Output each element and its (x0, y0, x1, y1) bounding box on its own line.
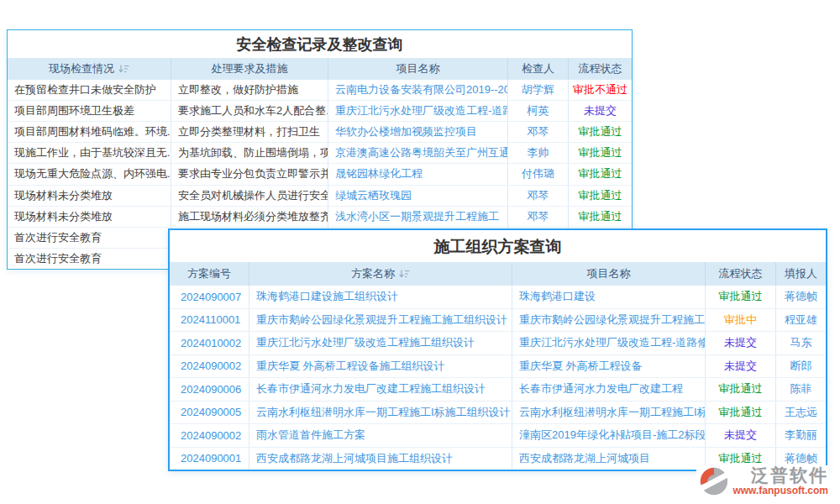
measure-cell: 立即分类整理材料，打扫卫生 (171, 122, 328, 142)
sort-icon[interactable] (399, 270, 410, 279)
plan-name-link[interactable]: 雨水管道首件施工方案 (249, 424, 512, 447)
inspector-link[interactable]: 胡学辉 (508, 80, 569, 100)
table-row: 现场材料未分类堆放 施工现场材料必须分类堆放整齐... 浅水湾小区一期景观提升工… (8, 206, 632, 227)
reporter-link[interactable]: 断郎 (776, 355, 826, 378)
project-link[interactable]: 绿城云栖玫瑰园 (328, 186, 508, 206)
situation-cell: 现场无重大危险点源、内环强电... (8, 164, 171, 184)
inspector-link[interactable]: 邓琴 (508, 207, 569, 227)
project-link[interactable]: 重庆市鹅岭公园绿化景观提升工程施工 (512, 309, 706, 332)
plan-name-link[interactable]: 珠海鹤港口建设施工组织设计 (249, 286, 512, 308)
col-header-measure: 处理要求及措施 (171, 58, 328, 80)
reporter-link[interactable]: 李勤丽 (776, 424, 826, 447)
plan-id-link[interactable]: 2024090005 (170, 402, 249, 424)
plan-id-link[interactable]: 2024110001 (170, 309, 249, 332)
situation-cell: 现场材料未分类堆放 (8, 207, 171, 227)
project-link[interactable]: 云南电力设备安装有限公司2019--2020年度 (328, 80, 508, 100)
status-badge: 审批通过 (706, 402, 776, 424)
situation-cell: 现施工作业，由于基坑较深且无... (8, 143, 171, 163)
inspector-link[interactable]: 邓琴 (508, 186, 569, 206)
status-badge: 审批中 (706, 309, 776, 332)
plan-name-link[interactable]: 重庆市鹅岭公园绿化景观提升工程施工施工组织设计 (249, 309, 512, 332)
col-header-plan-id: 方案编号 (170, 262, 249, 286)
inspector-link[interactable]: 李帅 (508, 143, 569, 163)
table-row: 2024090007 珠海鹤港口建设施工组织设计 珠海鹤港口建设 审批通过 蒋德… (170, 286, 826, 308)
reporter-link[interactable]: 王志远 (776, 402, 826, 424)
status-badge: 审批通过 (569, 164, 632, 184)
plan-id-link[interactable]: 2024010002 (170, 332, 249, 354)
status-badge: 审批不通过 (569, 80, 632, 100)
table-row: 项目部周围环境卫生极差 要求施工人员和水车2人配合整... 重庆江北污水处理厂级… (8, 100, 632, 121)
project-link[interactable]: 长春市伊通河水力发电厂改建工程 (512, 378, 706, 401)
status-badge: 审批通过 (569, 122, 632, 142)
project-link[interactable]: 潼南区2019年绿化补贴项目-施工2标段 (512, 424, 706, 447)
situation-cell: 在预留检查井口未做安全防护 (8, 80, 171, 100)
plan-name-link[interactable]: 西安成都路龙湖上河城项目施工组织设计 (249, 448, 512, 470)
project-link[interactable]: 京港澳高速公路粤境韶关至广州互通路面改造 (328, 143, 508, 163)
plan-table-body: 2024090007 珠海鹤港口建设施工组织设计 珠海鹤港口建设 审批通过 蒋德… (170, 286, 826, 470)
situation-cell: 首次进行安全教育 (8, 228, 171, 248)
fanpu-swirl-icon (698, 465, 730, 497)
col-header-plan-name[interactable]: 方案名称 (249, 262, 512, 286)
plan-id-link[interactable]: 2024090001 (170, 448, 249, 470)
status-badge: 审批通过 (569, 186, 632, 206)
reporter-link[interactable]: 陈菲 (776, 378, 826, 401)
sort-icon[interactable] (118, 65, 129, 74)
col-header-project: 项目名称 (512, 262, 706, 286)
reporter-link[interactable]: 程亚雄 (776, 309, 826, 332)
status-badge: 未提交 (706, 355, 776, 378)
plan-name-link[interactable]: 重庆江北污水处理厂级改造工程施工组织设计 (249, 332, 512, 354)
inspector-link[interactable]: 柯英 (508, 101, 569, 121)
plan-table-header-row: 方案编号 方案名称 项目名称 流程状态 填报人 (170, 262, 826, 286)
col-header-reporter: 填报人 (776, 262, 826, 286)
plan-name-link[interactable]: 重庆华夏 外高桥工程设备施工组织设计 (249, 355, 512, 378)
project-link[interactable]: 西安成都路龙湖上河城项目 (512, 448, 706, 470)
table-row: 现场材料未分类堆放 安全员对机械操作人员进行安全... 绿城云栖玫瑰园 邓琴 审… (8, 185, 632, 206)
status-badge: 未提交 (706, 332, 776, 354)
project-link[interactable]: 重庆江北污水处理厂级改造工程-道路修复 (512, 332, 706, 354)
plan-id-link[interactable]: 2024090007 (170, 286, 249, 308)
col-header-situation[interactable]: 现场检查情况 (8, 58, 171, 80)
table-row: 2024090002 雨水管道首件施工方案 潼南区2019年绿化补贴项目-施工2… (170, 423, 826, 447)
measure-cell: 要求施工人员和水车2人配合整... (171, 101, 328, 121)
status-badge: 审批通过 (569, 143, 632, 163)
status-badge: 审批通过 (706, 378, 776, 401)
page: 安全检查记录及整改查询 现场检查情况 处理要求及措施 项目名称 检查人 流程状态… (0, 0, 840, 504)
situation-cell: 项目部周围材料堆码临难。环境... (8, 122, 171, 142)
construction-plan-panel: 施工组织方案查询 方案编号 方案名称 项目名称 流程状态 填报人 2024090… (168, 228, 827, 471)
col-header-status: 流程状态 (706, 262, 776, 286)
project-link[interactable]: 浅水湾小区一期景观提升工程施工 (328, 207, 508, 227)
plan-id-link[interactable]: 2024090002 (170, 424, 249, 447)
reporter-link[interactable]: 蒋德帧 (776, 286, 826, 308)
table-row: 2024090005 云南水利枢纽潜明水库一期工程施工I标施工组织设计 云南水利… (170, 401, 826, 424)
table-row: 项目部周围材料堆码临难。环境... 立即分类整理材料，打扫卫生 华软办公楼增加视… (8, 121, 632, 142)
plan-id-link[interactable]: 2024090002 (170, 355, 249, 378)
inspector-link[interactable]: 邓琴 (508, 122, 569, 142)
measure-cell: 立即整改，做好防护措施 (171, 80, 328, 100)
measure-cell: 施工现场材料必须分类堆放整齐... (171, 207, 328, 227)
measure-cell: 为基坑卸载、防止围墙倒塌，项... (171, 143, 328, 163)
plan-name-link[interactable]: 长春市伊通河水力发电厂改建工程施工组织设计 (249, 378, 512, 401)
project-link[interactable]: 云南水利枢纽潜明水库一期工程施工I标 (512, 402, 706, 424)
table-row: 2024090006 长春市伊通河水力发电厂改建工程施工组织设计 长春市伊通河水… (170, 377, 826, 401)
table-row: 2024090002 重庆华夏 外高桥工程设备施工组织设计 重庆华夏 外高桥工程… (170, 354, 826, 378)
project-link[interactable]: 重庆华夏 外高桥工程设备 (512, 355, 706, 378)
plan-name-link[interactable]: 云南水利枢纽潜明水库一期工程施工I标施工组织设计 (249, 402, 512, 424)
situation-cell: 首次进行安全教育 (8, 249, 171, 269)
col-header-plan-name-label: 方案名称 (351, 266, 395, 281)
inspector-link[interactable]: 付伟璐 (508, 164, 569, 184)
fanpu-logo-name: 泛普软件 (751, 465, 828, 485)
project-link[interactable]: 晟铭园林绿化工程 (328, 164, 508, 184)
safety-table-header-row: 现场检查情况 处理要求及措施 项目名称 检查人 流程状态 (8, 58, 632, 80)
table-row: 现场无重大危险点源、内环强电... 要求由专业分包负责立即警示并... 晟铭园林… (8, 163, 632, 184)
safety-panel-title: 安全检查记录及整改查询 (8, 30, 632, 58)
table-row: 2024110001 重庆市鹅岭公园绿化景观提升工程施工施工组织设计 重庆市鹅岭… (170, 308, 826, 332)
fanpu-logo-text: 泛普软件 www.fanpusoft.com (732, 465, 828, 496)
reporter-link[interactable]: 马东 (776, 332, 826, 354)
project-link[interactable]: 珠海鹤港口建设 (512, 286, 706, 308)
project-link[interactable]: 华软办公楼增加视频监控项目 (328, 122, 508, 142)
situation-cell: 现场材料未分类堆放 (8, 186, 171, 206)
measure-cell: 要求由专业分包负责立即警示并... (171, 164, 328, 184)
project-link[interactable]: 重庆江北污水处理厂级改造工程-道路修复 (328, 101, 508, 121)
plan-id-link[interactable]: 2024090006 (170, 378, 249, 401)
measure-cell: 安全员对机械操作人员进行安全... (171, 186, 328, 206)
